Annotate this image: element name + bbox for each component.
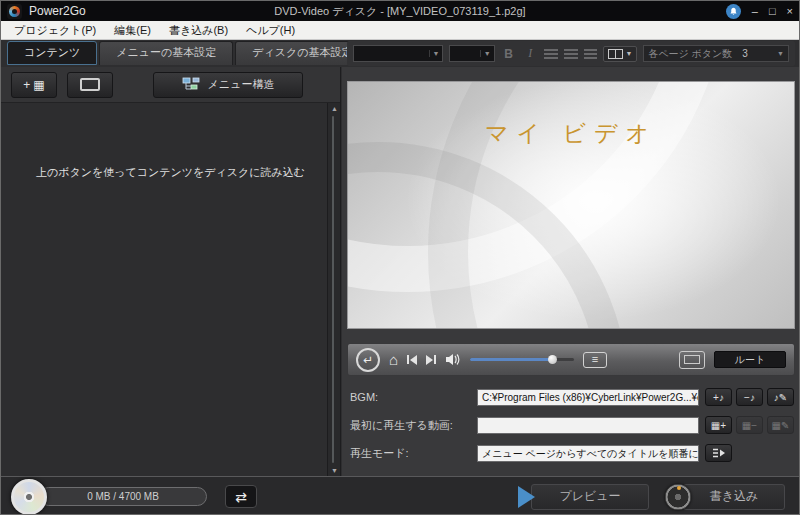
add-first-play-button[interactable]: ▦+ xyxy=(705,416,732,434)
buttons-per-page-value: 3 xyxy=(742,48,748,59)
bgm-label: BGM: xyxy=(350,391,477,403)
menu-preview[interactable]: マイ ビデオ xyxy=(347,81,795,329)
burn-button-label[interactable]: 書き込み xyxy=(683,484,785,510)
bold-button[interactable]: B xyxy=(501,47,517,61)
format-toolbar: ▼ ▼ B I ▼ 各ページ ボタン数 3 ▼ xyxy=(347,41,795,66)
menu-burn[interactable]: 書き込み(B) xyxy=(160,21,237,39)
content-panel: +▦ メニュー構造 上のボタンを使ってコンテンツをディスクに読み込む ▲ ▼ xyxy=(1,67,341,476)
disc-capacity-meter: 0 MB / 4700 MB xyxy=(39,487,207,506)
close-button[interactable]: × xyxy=(787,1,793,21)
first-play-row: 最初に再生する動画: ▦+ ▦− ▦✎ xyxy=(350,415,796,435)
home-button[interactable]: ⌂ xyxy=(389,352,398,367)
first-play-field[interactable] xyxy=(477,417,699,434)
burn-button[interactable]: 書き込み xyxy=(665,484,785,510)
menu-project[interactable]: プロジェクト(P) xyxy=(5,21,105,39)
change-disc-button[interactable]: ⇄ xyxy=(225,485,257,508)
filmstrip-icon: ▦ xyxy=(33,78,44,92)
edit-first-play-button: ▦✎ xyxy=(767,416,794,434)
disc-menu-title[interactable]: マイ ビデオ xyxy=(348,118,794,149)
edit-bgm-button[interactable]: ♪✎ xyxy=(767,388,794,406)
swap-icon: ⇄ xyxy=(235,489,247,505)
play-sequence-icon xyxy=(712,448,726,458)
add-bgm-button[interactable]: +♪ xyxy=(705,388,732,406)
previous-icon xyxy=(407,355,409,364)
content-toolbar: +▦ メニュー構造 xyxy=(1,67,340,103)
return-icon: ↵ xyxy=(363,353,373,367)
playback-bar: ↵ ⌂ ≡ ルート xyxy=(347,343,795,376)
buttons-per-page-select[interactable]: 各ページ ボタン数 3 ▼ xyxy=(643,45,789,62)
edit-video-icon: ▦✎ xyxy=(772,420,790,431)
menu-help[interactable]: ヘルプ(H) xyxy=(237,21,304,39)
menu-structure-label: メニュー構造 xyxy=(208,77,275,92)
frame-icon xyxy=(80,78,100,91)
add-video-icon: ▦+ xyxy=(711,420,726,431)
chevron-down-icon: ▼ xyxy=(777,50,784,57)
next-icon xyxy=(426,355,433,365)
remove-music-icon: −♪ xyxy=(744,392,755,403)
preview-panel: マイ ビデオ ↵ ⌂ ≡ ルート BGM: C:¥Program Files (… xyxy=(342,67,800,476)
align-center-icon[interactable] xyxy=(564,49,578,59)
monitor-icon xyxy=(684,355,700,364)
play-mode-field[interactable]: メニュー ページからすべてのタイトルを順番に再生する xyxy=(477,445,699,462)
align-left-icon[interactable] xyxy=(544,49,558,59)
power2go-logo-icon xyxy=(7,4,22,19)
button-layout-select[interactable]: ▼ xyxy=(603,46,637,62)
minimize-button[interactable]: – xyxy=(752,1,758,21)
scroll-up-icon[interactable]: ▲ xyxy=(328,105,341,112)
status-bar: 0 MB / 4700 MB ⇄ プレビュー 書き込み xyxy=(1,476,799,515)
preview-button[interactable]: プレビュー xyxy=(518,484,649,510)
add-video-button[interactable]: +▦ xyxy=(11,72,57,98)
remove-video-icon: ▦− xyxy=(742,420,757,431)
play-mode-button[interactable] xyxy=(705,444,732,462)
content-list-area[interactable]: 上のボタンを使ってコンテンツをディスクに読み込む ▲ ▼ xyxy=(1,103,340,476)
title-bar: Power2Go DVD-Video ディスク - [MY_VIDEO_0731… xyxy=(1,1,799,21)
notification-bell-icon[interactable] xyxy=(726,4,741,19)
tab-menu-preferences[interactable]: メニューの基本設定 xyxy=(99,41,233,65)
font-size-select[interactable]: ▼ xyxy=(449,45,494,62)
chapter-list-button[interactable]: ≡ xyxy=(583,352,607,368)
remove-first-play-button: ▦− xyxy=(736,416,763,434)
play-mode-label: 再生モード: xyxy=(350,446,477,461)
empty-content-message: 上のボタンを使ってコンテンツをディスクに読み込む xyxy=(1,103,340,180)
volume-slider[interactable] xyxy=(470,355,574,364)
menu-structure-button[interactable]: メニュー構造 xyxy=(153,72,303,98)
display-mode-button[interactable] xyxy=(679,351,705,369)
remove-bgm-button[interactable]: −♪ xyxy=(736,388,763,406)
first-play-label: 最初に再生する動画: xyxy=(350,418,477,433)
maximize-button[interactable]: □ xyxy=(769,1,776,21)
bgm-path-field[interactable]: C:¥Program Files (x86)¥CyberLink¥Power2G… xyxy=(477,389,699,406)
preview-button-label[interactable]: プレビュー xyxy=(531,484,649,510)
next-button[interactable] xyxy=(426,355,436,365)
chevron-down-icon: ▼ xyxy=(625,50,632,57)
tab-content[interactable]: コンテンツ xyxy=(7,41,97,65)
menu-bar: プロジェクト(P) 編集(E) 書き込み(B) ヘルプ(H) xyxy=(1,21,799,40)
return-button[interactable]: ↵ xyxy=(356,348,380,372)
window-title: DVD-Video ディスク - [MY_VIDEO_073119_1.p2g] xyxy=(274,4,525,19)
edit-music-icon: ♪✎ xyxy=(774,392,787,403)
scroll-down-icon[interactable]: ▼ xyxy=(328,467,341,474)
previous-button[interactable] xyxy=(407,355,417,365)
menu-edit[interactable]: 編集(E) xyxy=(105,21,160,39)
scrollbar-track[interactable] xyxy=(332,116,334,463)
font-family-select[interactable]: ▼ xyxy=(353,45,443,62)
root-menu-button[interactable]: ルート xyxy=(714,351,786,368)
home-icon: ⌂ xyxy=(389,351,398,368)
italic-button[interactable]: I xyxy=(522,46,538,61)
disc-capacity-icon xyxy=(11,479,47,515)
list-icon: ≡ xyxy=(592,354,598,365)
app-name: Power2Go xyxy=(29,4,86,18)
chevron-down-icon: ▼ xyxy=(429,50,443,57)
power2go-window: Power2Go DVD-Video ディスク - [MY_VIDEO_0731… xyxy=(0,0,800,515)
align-right-icon[interactable] xyxy=(584,49,598,59)
play-mode-row: 再生モード: メニュー ページからすべてのタイトルを順番に再生する xyxy=(350,443,796,463)
content-scrollbar[interactable]: ▲ ▼ xyxy=(327,103,340,476)
tree-structure-icon xyxy=(182,77,200,92)
volume-icon[interactable] xyxy=(445,353,461,366)
layout-grid-icon xyxy=(608,49,623,59)
plus-icon: + xyxy=(23,78,30,92)
menu-frame-button[interactable] xyxy=(67,72,113,98)
tab-row: コンテンツ メニューの基本設定 ディスクの基本設定 ▼ ▼ B I ▼ 各ページ… xyxy=(1,40,799,67)
play-icon xyxy=(518,486,535,508)
chevron-down-icon: ▼ xyxy=(480,50,494,57)
volume-slider-knob[interactable] xyxy=(548,355,557,364)
